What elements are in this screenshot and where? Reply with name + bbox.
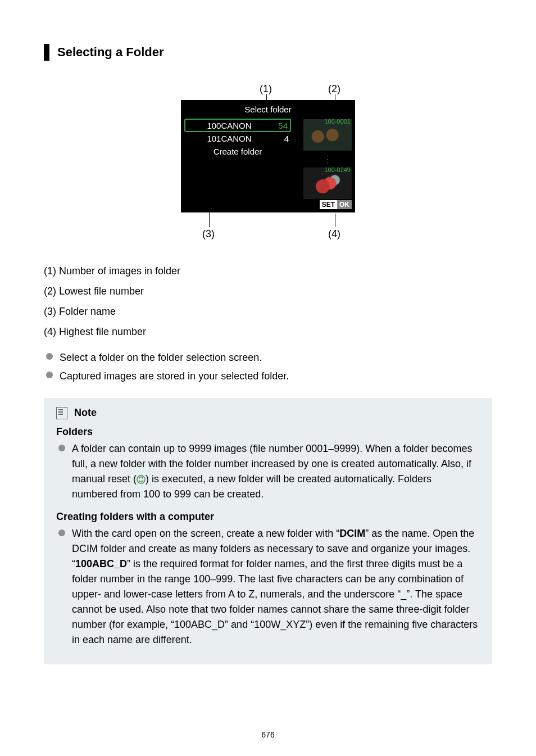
- note-subheading-creating: Creating folders with a computer: [56, 511, 480, 523]
- legend-item-4: (4) Highest file number: [44, 322, 492, 342]
- heading-accent-stripe: [44, 44, 49, 61]
- thumbnail-low-label: 100-0001: [325, 118, 351, 125]
- thumbnail-separator: ···: [303, 154, 352, 164]
- page-number: 676: [0, 730, 536, 739]
- pointer-label-1: (1): [260, 83, 272, 95]
- create-folder-row: Create folder: [184, 145, 291, 158]
- note-title: Note: [74, 407, 97, 419]
- pointer-line-4: [335, 214, 335, 227]
- bold-dcim: DCIM: [339, 528, 365, 539]
- note-box: Note Folders A folder can contain up to …: [44, 398, 492, 664]
- thumbnail-high: 100-0249: [303, 168, 352, 199]
- instruction-item: Select a folder on the folder selection …: [60, 350, 492, 366]
- folder-count: 4: [272, 134, 289, 143]
- bold-format: 100ABC_D: [75, 558, 127, 569]
- create-folder-label: Create folder: [187, 147, 289, 156]
- folder-name: 101CANON: [187, 134, 272, 143]
- note-subheading-folders: Folders: [56, 426, 480, 438]
- text-fragment: ” is the required format for folder name…: [72, 558, 478, 645]
- figure-legend: (1) Number of images in folder (2) Lowes…: [44, 261, 492, 342]
- folder-name: 100CANON: [188, 121, 271, 130]
- set-label: SET: [320, 200, 337, 209]
- instruction-item: Captured images are stored in your selec…: [60, 368, 492, 384]
- thumbnail-high-label: 100-0249: [325, 166, 351, 173]
- folder-count: 54: [271, 121, 288, 130]
- section-heading-bar: Selecting a Folder: [44, 44, 492, 61]
- thumbnail-low: 100-0001: [303, 119, 352, 151]
- folder-row: 101CANON 4: [184, 132, 291, 145]
- pointer-label-4: (4): [328, 228, 340, 240]
- camera-screenshot-figure: (1) (2) Select folder 100CANON 54 101CAN…: [175, 83, 361, 246]
- note-icon: [56, 407, 67, 419]
- pointer-label-2: (2): [328, 83, 340, 95]
- cross-reference-link[interactable]: [137, 473, 146, 485]
- pointer-label-3: (3): [202, 228, 215, 240]
- pointer-line-3: [209, 148, 210, 227]
- link-icon: [137, 475, 146, 484]
- ok-label: OK: [337, 200, 352, 209]
- legend-item-1: (1) Number of images in folder: [44, 261, 492, 281]
- instruction-list: Select a folder on the folder selection …: [44, 350, 492, 384]
- text-fragment: With the card open on the screen, create…: [72, 528, 339, 539]
- set-ok-indicator: SET OK: [320, 200, 352, 209]
- legend-item-2: (2) Lowest file number: [44, 281, 492, 301]
- section-heading: Selecting a Folder: [57, 45, 164, 60]
- note-creating-paragraph: With the card open on the screen, create…: [72, 526, 480, 648]
- legend-item-3: (3) Folder name: [44, 301, 492, 322]
- camera-screen-title: Select folder: [184, 103, 352, 119]
- folder-row-selected: 100CANON 54: [184, 119, 291, 132]
- camera-screen: Select folder 100CANON 54 101CANON 4 Cre…: [181, 100, 355, 212]
- note-folders-paragraph: A folder can contain up to 9999 images (…: [72, 441, 480, 502]
